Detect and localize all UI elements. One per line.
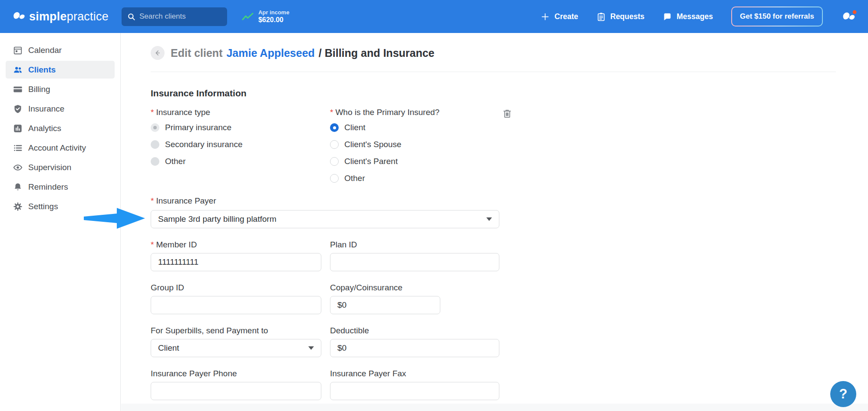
deductible-input[interactable] bbox=[330, 339, 499, 357]
sidebar-item-analytics[interactable]: Analytics bbox=[6, 119, 115, 137]
group-id-field: Group ID bbox=[151, 283, 330, 314]
member-id-label: *Member ID bbox=[151, 240, 330, 250]
search-icon bbox=[127, 13, 135, 21]
page-header: Edit clientJamie Appleseed/ Billing and … bbox=[151, 46, 836, 60]
simplepractice-logo[interactable]: simplepractice bbox=[12, 10, 109, 23]
superbills-deductible-row: For Superbills, send Payment to Client D… bbox=[151, 326, 836, 357]
main-content: Edit clientJamie Appleseed/ Billing and … bbox=[121, 33, 868, 411]
sidebar-item-insurance[interactable]: Insurance bbox=[6, 100, 115, 118]
insurance-payer-value: Sample 3rd party billing platform bbox=[158, 214, 276, 224]
chevron-down-icon bbox=[486, 217, 492, 221]
notification-dot bbox=[853, 10, 857, 14]
radio-circle bbox=[151, 123, 159, 132]
create-button[interactable]: Create bbox=[541, 12, 578, 21]
sidebar-label: Reminders bbox=[28, 182, 68, 192]
header-divider bbox=[151, 72, 836, 72]
page-title: Edit clientJamie Appleseed/ Billing and … bbox=[171, 47, 435, 59]
group-copay-row: Group ID Copay/Coinsurance bbox=[151, 283, 836, 314]
copay-field: Copay/Coinsurance bbox=[330, 283, 836, 314]
messages-chat-icon bbox=[663, 12, 672, 21]
search-input[interactable] bbox=[139, 12, 221, 21]
clients-icon bbox=[13, 65, 23, 75]
payer-fax-label: Insurance Payer Fax bbox=[330, 368, 836, 379]
required-asterisk: * bbox=[151, 240, 154, 249]
plus-icon bbox=[541, 12, 550, 21]
section-title: Insurance Information bbox=[151, 88, 836, 99]
radio-insurance-other: Other bbox=[151, 156, 330, 167]
radio-client[interactable]: Client bbox=[330, 122, 836, 133]
referral-button[interactable]: Get $150 for referrals bbox=[732, 7, 822, 26]
required-asterisk: * bbox=[151, 108, 154, 117]
radio-label: Secondary insurance bbox=[165, 140, 243, 149]
referral-button-border: Get $150 for referrals bbox=[731, 7, 823, 26]
monthly-income-widget[interactable]: Apr income $620.00 bbox=[242, 9, 290, 24]
payer-phone-label: Insurance Payer Phone bbox=[151, 368, 330, 379]
requests-button[interactable]: Requests bbox=[597, 12, 645, 21]
payer-fax-input[interactable] bbox=[330, 382, 499, 400]
sidebar-label: Analytics bbox=[28, 124, 61, 133]
chevron-down-icon bbox=[308, 346, 314, 350]
radio-clients-parent[interactable]: Client's Parent bbox=[330, 156, 836, 167]
radio-circle bbox=[330, 140, 339, 149]
payer-phone-input[interactable] bbox=[151, 382, 321, 400]
radio-label: Other bbox=[165, 157, 186, 166]
insurance-payer-select[interactable]: Sample 3rd party billing platform bbox=[151, 210, 499, 228]
help-button[interactable]: ? bbox=[830, 381, 856, 407]
member-id-input[interactable] bbox=[151, 253, 321, 271]
sidebar-item-clients[interactable]: Clients bbox=[6, 61, 115, 79]
sidebar-label: Account Activity bbox=[28, 143, 86, 153]
income-label: Apr income bbox=[258, 9, 290, 16]
group-id-input[interactable] bbox=[151, 296, 321, 314]
messages-button[interactable]: Messages bbox=[663, 12, 713, 21]
income-value: $620.00 bbox=[258, 16, 290, 24]
messages-label: Messages bbox=[677, 12, 713, 21]
radio-insured-other[interactable]: Other bbox=[330, 173, 836, 184]
radio-columns: *Insurance type Primary insurance Second… bbox=[151, 107, 836, 184]
insurance-type-label: *Insurance type bbox=[151, 107, 330, 118]
radio-circle bbox=[330, 157, 339, 166]
required-asterisk: * bbox=[151, 196, 154, 205]
superbills-select[interactable]: Client bbox=[151, 339, 321, 357]
analytics-icon bbox=[13, 124, 23, 133]
radio-label: Primary insurance bbox=[165, 123, 231, 132]
plan-id-input[interactable] bbox=[330, 253, 499, 271]
requests-label: Requests bbox=[611, 12, 645, 21]
delete-insurance-trash-icon[interactable] bbox=[502, 108, 513, 119]
sidebar-item-supervision[interactable]: Supervision bbox=[6, 158, 115, 176]
radio-clients-spouse[interactable]: Client's Spouse bbox=[330, 139, 836, 150]
title-prefix: Edit client bbox=[171, 47, 222, 59]
sidebar-item-calendar[interactable]: Calendar bbox=[6, 41, 115, 59]
client-name-link[interactable]: Jamie Appleseed bbox=[226, 47, 314, 59]
insurance-payer-label: *Insurance Payer bbox=[151, 196, 836, 206]
insurance-type-group: *Insurance type Primary insurance Second… bbox=[151, 107, 330, 184]
superbills-value: Client bbox=[158, 343, 179, 353]
account-menu-button[interactable] bbox=[841, 10, 857, 23]
radio-label: Client's Parent bbox=[344, 157, 398, 166]
superbills-field: For Superbills, send Payment to Client bbox=[151, 326, 330, 357]
payer-phone-field: Insurance Payer Phone bbox=[151, 368, 330, 400]
radio-circle bbox=[151, 140, 159, 149]
radio-secondary-insurance: Secondary insurance bbox=[151, 139, 330, 150]
copay-input[interactable] bbox=[330, 296, 440, 314]
primary-insured-group: *Who is the Primary Insured? Client Clie… bbox=[330, 107, 836, 184]
radio-label: Client's Spouse bbox=[344, 140, 401, 149]
sidebar: Calendar Clients Billing Insurance bbox=[0, 33, 121, 411]
sidebar-item-reminders[interactable]: Reminders bbox=[6, 178, 115, 196]
butterfly-logo-icon bbox=[12, 11, 26, 23]
deductible-field: Deductible bbox=[330, 326, 836, 357]
reminders-bell-icon bbox=[13, 182, 23, 192]
phone-fax-row: Insurance Payer Phone Insurance Payer Fa… bbox=[151, 368, 836, 400]
plan-id-field: Plan ID bbox=[330, 240, 836, 271]
primary-insured-label: *Who is the Primary Insured? bbox=[330, 107, 836, 118]
back-button[interactable] bbox=[151, 46, 165, 60]
sidebar-item-billing[interactable]: Billing bbox=[6, 80, 115, 98]
insurance-shield-icon bbox=[13, 104, 23, 114]
billing-card-icon bbox=[13, 85, 23, 94]
radio-circle bbox=[151, 157, 159, 166]
sidebar-item-account-activity[interactable]: Account Activity bbox=[6, 139, 115, 157]
title-suffix: / Billing and Insurance bbox=[319, 47, 435, 59]
calendar-icon bbox=[13, 46, 23, 55]
sidebar-item-settings[interactable]: Settings bbox=[6, 197, 115, 215]
app-shell: Calendar Clients Billing Insurance bbox=[0, 33, 868, 411]
butterfly-avatar-icon bbox=[841, 10, 857, 23]
